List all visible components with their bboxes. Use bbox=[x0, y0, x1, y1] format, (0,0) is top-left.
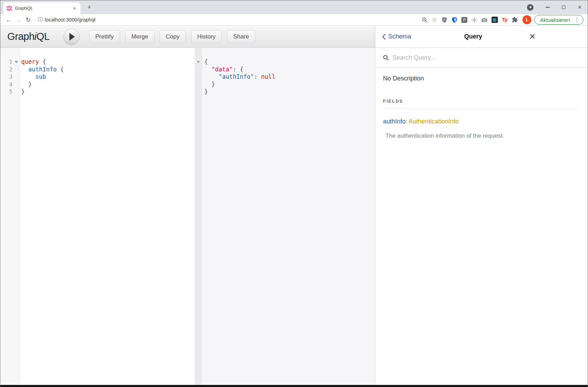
search-icon bbox=[383, 54, 389, 61]
field-separator: : bbox=[406, 118, 409, 125]
tab-search-button[interactable] bbox=[527, 4, 534, 11]
maximize-icon bbox=[562, 6, 565, 9]
field-type-link[interactable]: AuthenticationInfo bbox=[409, 118, 459, 125]
doc-back-button[interactable]: Schema bbox=[382, 33, 411, 40]
gutter-row: 2 bbox=[0, 66, 20, 74]
shield-badge-letter: U bbox=[443, 18, 445, 21]
reload-icon[interactable]: ↻ bbox=[23, 16, 33, 24]
graphiql-logo: GraphiQL bbox=[7, 31, 50, 42]
tab-close-icon[interactable]: × bbox=[71, 5, 78, 11]
query-pane: 12345 query { authInfo { sub }} QUERY VA… bbox=[0, 48, 195, 385]
react-devtools-extension-icon[interactable] bbox=[489, 17, 500, 23]
code-line: authInfo { bbox=[21, 66, 195, 74]
fold-arrow-icon[interactable] bbox=[195, 61, 202, 63]
react-atom-icon bbox=[492, 17, 498, 23]
chevron-down-icon bbox=[529, 7, 532, 8]
gutter-row bbox=[195, 73, 202, 81]
address-bar[interactable]: localhost:3000/graphql bbox=[45, 17, 420, 23]
line-number: 2 bbox=[0, 66, 14, 74]
code-line: "data": { bbox=[204, 66, 375, 74]
history-button[interactable]: History bbox=[191, 30, 222, 43]
result-fold-gutter bbox=[195, 48, 202, 385]
result-pane: { "data": { "authInfo": null }} bbox=[195, 48, 375, 385]
camera-extension-icon[interactable] bbox=[479, 17, 489, 23]
share-button[interactable]: Share bbox=[227, 30, 255, 43]
line-number: 5 bbox=[0, 88, 14, 96]
bookmark-star-icon[interactable]: ☆ bbox=[429, 16, 439, 24]
doc-search-row bbox=[376, 48, 588, 68]
doc-close-icon[interactable]: × bbox=[529, 31, 536, 42]
doc-back-label: Schema bbox=[388, 33, 411, 40]
field-description: The authentication information of the re… bbox=[383, 132, 579, 139]
fields-divider bbox=[383, 108, 579, 109]
result-code: { "data": { "authInfo": null }} bbox=[202, 48, 375, 385]
field-row: authInfo: AuthenticationInfo bbox=[383, 118, 579, 125]
new-tab-button[interactable]: + bbox=[85, 3, 94, 12]
code-line: sub bbox=[21, 73, 195, 81]
fold-arrow-icon[interactable] bbox=[14, 61, 19, 63]
extensions-puzzle-icon[interactable] bbox=[510, 17, 520, 23]
line-number: 1 bbox=[0, 58, 14, 66]
tp-extension-icon[interactable]: Tp bbox=[500, 17, 510, 23]
type-description: No Description bbox=[383, 75, 579, 82]
play-icon bbox=[69, 33, 75, 41]
tab-strip: GraphiQL × + × bbox=[0, 0, 588, 14]
update-browser-button[interactable]: Aktualisieren ⋮ bbox=[534, 15, 583, 25]
doc-title: Query bbox=[464, 33, 482, 40]
graphql-favicon-icon bbox=[7, 6, 12, 11]
tab-title: GraphiQL bbox=[15, 6, 71, 11]
window-maximize-button[interactable] bbox=[556, 0, 572, 14]
doc-explorer-header: Schema Query × bbox=[376, 26, 588, 48]
doc-search-input[interactable] bbox=[392, 54, 538, 61]
doc-explorer-panel: Schema Query × No Description FIELDS aut… bbox=[375, 26, 588, 385]
fields-heading: FIELDS bbox=[383, 98, 579, 104]
browser-tab[interactable]: GraphiQL × bbox=[3, 2, 80, 14]
query-editor-code[interactable]: query { authInfo { sub }} bbox=[20, 48, 195, 385]
window-close-button[interactable]: × bbox=[572, 0, 588, 14]
code-line: } bbox=[21, 81, 195, 88]
doc-content: No Description FIELDS authInfo: Authenti… bbox=[376, 68, 588, 385]
bitwarden-extension-icon[interactable] bbox=[449, 17, 459, 23]
gutter-row bbox=[195, 81, 202, 88]
code-line: query { bbox=[21, 58, 195, 66]
window-minimize-button[interactable] bbox=[540, 0, 556, 14]
site-info-icon[interactable]: ⓘ bbox=[38, 17, 43, 23]
gutter-row: 5 bbox=[0, 88, 20, 96]
ublock-extension-icon[interactable]: U bbox=[439, 17, 449, 23]
copy-button[interactable]: Copy bbox=[160, 30, 186, 43]
profile-avatar[interactable]: L bbox=[522, 15, 531, 24]
field-name-link[interactable]: authInfo bbox=[383, 118, 406, 125]
code-line: } bbox=[204, 88, 375, 96]
line-number: 3 bbox=[0, 73, 14, 81]
result-viewer: { "data": { "authInfo": null }} bbox=[195, 48, 375, 385]
minimize-icon bbox=[546, 7, 550, 8]
back-icon[interactable]: ← bbox=[4, 16, 14, 24]
zoom-icon[interactable] bbox=[420, 17, 429, 23]
gutter-row bbox=[195, 58, 202, 66]
query-editor-gutter: 12345 bbox=[0, 48, 20, 385]
code-line: { bbox=[204, 58, 375, 66]
code-line: } bbox=[21, 88, 195, 96]
gutter-row: 3 bbox=[0, 73, 20, 81]
gutter-row bbox=[195, 66, 202, 74]
gutter-row: 1 bbox=[0, 58, 20, 66]
line-number: 4 bbox=[0, 81, 14, 88]
tp-badge: Tp bbox=[502, 17, 507, 23]
browser-toolbar: ← → ↻ ⓘ localhost:3000/graphql ☆ U P bbox=[0, 14, 588, 26]
p-badge: P bbox=[461, 17, 467, 23]
graphiql-topbar: GraphiQL Prettify Merge Copy History Sha… bbox=[0, 26, 375, 48]
p-extension-icon[interactable]: P bbox=[459, 17, 469, 23]
gutter-row bbox=[195, 88, 202, 96]
forward-icon[interactable]: → bbox=[14, 16, 23, 24]
browser-window: GraphiQL × + × ← → ↻ ⓘ localhost:3000/gr… bbox=[0, 0, 588, 387]
crosshair-extension-icon[interactable] bbox=[469, 17, 479, 23]
code-line: } bbox=[204, 81, 375, 88]
browser-menu-kebab-icon[interactable]: ⋮ bbox=[574, 17, 580, 23]
merge-button[interactable]: Merge bbox=[125, 30, 154, 43]
gutter-row: 4 bbox=[0, 81, 20, 88]
code-line: "authInfo": null bbox=[204, 73, 375, 81]
prettify-button[interactable]: Prettify bbox=[89, 30, 120, 43]
query-editor[interactable]: 12345 query { authInfo { sub }} bbox=[0, 48, 195, 385]
update-button-label: Aktualisieren bbox=[540, 17, 570, 23]
execute-query-button[interactable] bbox=[63, 29, 79, 45]
